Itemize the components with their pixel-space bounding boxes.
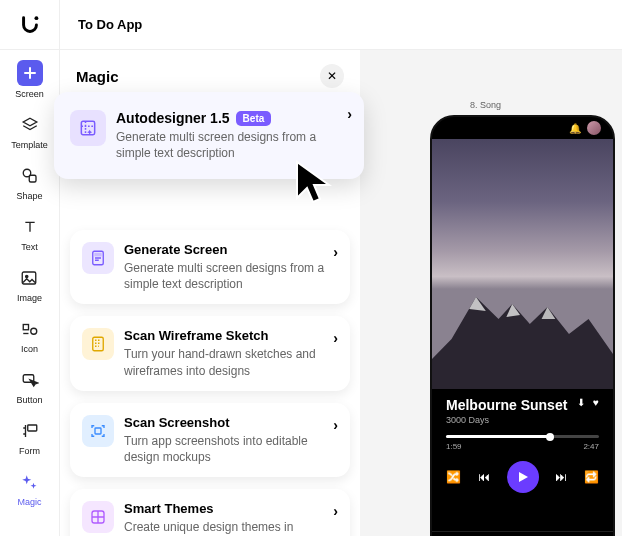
card-desc: Turn app screenshots into editable desig… (124, 433, 338, 465)
sidebar-item-shape[interactable]: Shape (16, 164, 42, 201)
card-desc: Generate multi screen designs from a sim… (124, 260, 338, 292)
card-desc: Create unique design themes in seconds (124, 519, 338, 536)
layers-icon (18, 113, 42, 137)
svg-point-6 (30, 328, 36, 334)
form-icon (18, 419, 42, 443)
sidebar-item-form[interactable]: Form (18, 419, 42, 456)
time-total: 2:47 (583, 442, 599, 451)
repeat-icon[interactable]: 🔁 (584, 470, 599, 484)
time-elapsed: 1:59 (446, 442, 462, 451)
sidebar-item-screen[interactable]: Screen (15, 60, 44, 99)
svg-point-0 (34, 16, 38, 20)
chevron-right-icon: › (333, 417, 338, 433)
svg-rect-3 (23, 272, 37, 284)
image-icon (17, 266, 41, 290)
button-icon (18, 368, 42, 392)
card-desc: Turn your hand-drawn sketches and wirefr… (124, 346, 338, 378)
sidebar-item-magic[interactable]: Magic (17, 470, 41, 507)
design-canvas[interactable]: 8. Song 🔔 Melbourne Sunset (360, 50, 622, 536)
sidebar-item-button[interactable]: Button (16, 368, 42, 405)
shuffle-icon[interactable]: 🔀 (446, 470, 461, 484)
sidebar-label: Image (17, 293, 42, 303)
play-button[interactable] (507, 461, 539, 493)
bell-icon[interactable]: 🔔 (569, 123, 581, 134)
svg-rect-9 (81, 121, 94, 134)
song-artist: 3000 Days (446, 415, 567, 425)
sidebar-label: Button (16, 395, 42, 405)
sparkle-icon (17, 470, 41, 494)
card-title: Autodesigner 1.5 (116, 110, 230, 126)
autodesigner-icon (70, 110, 106, 146)
sidebar-item-image[interactable]: Image (17, 266, 42, 303)
phone-bottom-nav: ⌂ (432, 531, 613, 536)
card-scan-screenshot[interactable]: Scan Screenshot Turn app screenshots int… (70, 403, 350, 477)
sidebar-label: Form (19, 446, 40, 456)
album-artwork (432, 139, 613, 389)
app-logo[interactable] (0, 0, 60, 49)
text-icon (18, 215, 42, 239)
sidebar-label: Shape (16, 191, 42, 201)
card-title: Scan Wireframe Sketch (124, 328, 338, 343)
beta-badge: Beta (236, 111, 272, 126)
card-title: Generate Screen (124, 242, 338, 257)
card-generate-screen[interactable]: Generate Screen Generate multi screen de… (70, 230, 350, 304)
progress-track[interactable] (446, 435, 599, 438)
sidebar-label: Template (11, 140, 48, 150)
heart-icon[interactable]: ♥ (593, 397, 599, 408)
themes-icon (82, 501, 114, 533)
sidebar-item-icon[interactable]: Icon (18, 317, 42, 354)
svg-marker-15 (432, 297, 613, 389)
screenshot-icon (82, 415, 114, 447)
download-icon[interactable]: ⬇ (577, 397, 585, 408)
sidebar-label: Text (21, 242, 38, 252)
svg-marker-16 (469, 297, 486, 311)
svg-point-4 (26, 275, 28, 277)
artboard-label: 8. Song (470, 100, 501, 110)
topbar: To Do App (0, 0, 622, 50)
chevron-right-icon: › (333, 244, 338, 260)
close-icon: ✕ (327, 69, 337, 83)
next-icon[interactable]: ⏭ (555, 470, 567, 484)
phone-mockup: 🔔 Melbourne Sunset 3000 Days (430, 115, 615, 536)
chevron-right-icon: › (333, 330, 338, 346)
sidebar-item-text[interactable]: Text (18, 215, 42, 252)
svg-marker-19 (519, 472, 528, 482)
generate-screen-icon (82, 242, 114, 274)
svg-rect-11 (95, 254, 101, 256)
card-title: Smart Themes (124, 501, 338, 516)
close-panel-button[interactable]: ✕ (320, 64, 344, 88)
card-desc: Generate multi screen designs from a sim… (116, 129, 348, 161)
card-smart-themes[interactable]: Smart Themes Create unique design themes… (70, 489, 350, 536)
sidebar-item-template[interactable]: Template (11, 113, 48, 150)
svg-rect-2 (29, 175, 36, 182)
progress-thumb[interactable] (546, 433, 554, 441)
chevron-right-icon: › (347, 106, 352, 122)
magic-panel: Magic ✕ Autodesigner 1.5 Beta Generate m… (60, 50, 360, 536)
svg-rect-13 (95, 428, 101, 434)
svg-rect-8 (27, 425, 36, 431)
cursor-icon (293, 158, 337, 212)
panel-title: Magic (76, 68, 119, 85)
prev-icon[interactable]: ⏮ (478, 470, 490, 484)
svg-rect-12 (93, 338, 104, 352)
sidebar-label: Icon (21, 344, 38, 354)
sidebar-label: Magic (17, 497, 41, 507)
card-title: Scan Screenshot (124, 415, 338, 430)
sidebar-label: Screen (15, 89, 44, 99)
shape-icon (18, 164, 42, 188)
icon-icon (18, 317, 42, 341)
progress-fill (446, 435, 550, 438)
wireframe-icon (82, 328, 114, 360)
project-title: To Do App (60, 17, 142, 32)
plus-icon (17, 60, 43, 86)
card-scan-wireframe[interactable]: Scan Wireframe Sketch Turn your hand-dra… (70, 316, 350, 390)
tool-sidebar: Screen Template Shape Text Image Icon Bu… (0, 50, 60, 536)
svg-rect-5 (23, 325, 28, 330)
song-title: Melbourne Sunset (446, 397, 567, 413)
avatar[interactable] (587, 121, 601, 135)
chevron-right-icon: › (333, 503, 338, 519)
